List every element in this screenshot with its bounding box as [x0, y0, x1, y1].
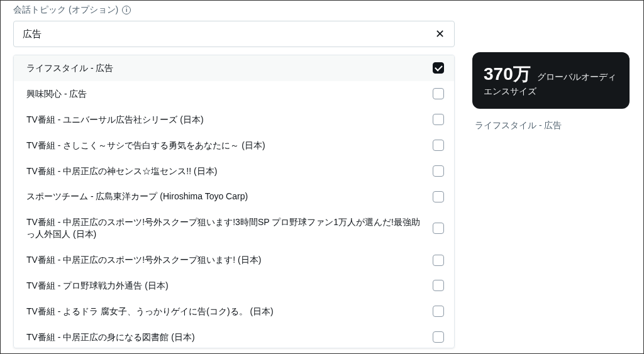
- field-label-row: 会話トピック (オプション) i: [13, 4, 455, 16]
- topic-option-label: TV番組 - よるドラ 腐女子、うっかりゲイに告(コク)る。 (日本): [26, 306, 425, 318]
- topic-option-checkbox[interactable]: [433, 223, 444, 234]
- topic-option[interactable]: スポーツチーム - 広島東洋カープ (Hiroshima Toyo Carp): [14, 184, 454, 209]
- topic-option-checkbox[interactable]: [433, 331, 444, 343]
- topic-option[interactable]: TV番組 - よるドラ 腐女子、うっかりゲイに告(コク)る。 (日本): [14, 299, 454, 324]
- topic-option[interactable]: TV番組 - さしこく～サシで告白する勇気をあなたに～ (日本): [14, 133, 454, 158]
- topic-option-checkbox[interactable]: [433, 191, 444, 202]
- close-icon: ✕: [435, 28, 445, 40]
- topic-option-checkbox[interactable]: [433, 255, 444, 266]
- selected-topic-label: ライフスタイル - 広告: [472, 120, 630, 131]
- topic-option-label: ライフスタイル - 広告: [26, 62, 425, 74]
- topic-option-checkbox[interactable]: [433, 165, 444, 177]
- topic-option-checkbox[interactable]: [433, 280, 444, 291]
- topic-dropdown[interactable]: ライフスタイル - 広告興味関心 - 広告TV番組 - ユニバーサル広告社シリー…: [13, 55, 455, 348]
- search-wrap: ✕: [13, 21, 455, 47]
- topic-option[interactable]: TV番組 - ユニバーサル広告社シリーズ (日本): [14, 107, 454, 133]
- topic-option[interactable]: TV番組 - 中居正広の身になる図書館 (日本): [14, 324, 454, 348]
- topic-option-label: スポーツチーム - 広島東洋カープ (Hiroshima Toyo Carp): [26, 191, 425, 202]
- topic-option-checkbox[interactable]: [433, 140, 444, 151]
- topic-option-label: TV番組 - さしこく～サシで告白する勇気をあなたに～ (日本): [26, 140, 425, 152]
- clear-search-button[interactable]: ✕: [433, 26, 447, 42]
- topic-option-checkbox[interactable]: [433, 62, 444, 74]
- topic-option-checkbox[interactable]: [433, 88, 444, 99]
- info-icon[interactable]: i: [122, 6, 131, 14]
- topic-option-label: TV番組 - ユニバーサル広告社シリーズ (日本): [26, 114, 425, 126]
- topic-option[interactable]: TV番組 - 中居正広のスポーツ!号外スクープ狙います!3時間SP プロ野球ファ…: [14, 209, 454, 247]
- topic-option[interactable]: TV番組 - プロ野球戦力外通告 (日本): [14, 273, 454, 299]
- topic-option-label: TV番組 - 中居正広のスポーツ!号外スクープ狙います!3時間SP プロ野球ファ…: [26, 216, 425, 240]
- topic-option-label: 興味関心 - 広告: [26, 88, 425, 100]
- topic-option-label: TV番組 - 中居正広のスポーツ!号外スクープ狙います! (日本): [26, 254, 425, 266]
- topic-option-label: TV番組 - 中居正広の身になる図書館 (日本): [26, 331, 425, 343]
- topic-search-input[interactable]: [13, 21, 455, 47]
- topic-option-label: TV番組 - プロ野球戦力外通告 (日本): [26, 280, 425, 292]
- topic-option[interactable]: TV番組 - 中居正広の神センス☆塩センス!! (日本): [14, 158, 454, 184]
- topic-option-checkbox[interactable]: [433, 306, 444, 317]
- topic-option[interactable]: TV番組 - 中居正広のスポーツ!号外スクープ狙います! (日本): [14, 247, 454, 273]
- topic-option-label: TV番組 - 中居正広の神センス☆塩センス!! (日本): [26, 165, 425, 177]
- audience-size-card: 370万 グローバルオーディエンスサイズ: [472, 52, 630, 109]
- field-label: 会話トピック (オプション): [13, 4, 118, 16]
- topic-option[interactable]: ライフスタイル - 広告: [14, 55, 454, 81]
- audience-number: 370万: [484, 64, 531, 84]
- topic-option[interactable]: 興味関心 - 広告: [14, 81, 454, 107]
- topic-option-checkbox[interactable]: [433, 114, 444, 125]
